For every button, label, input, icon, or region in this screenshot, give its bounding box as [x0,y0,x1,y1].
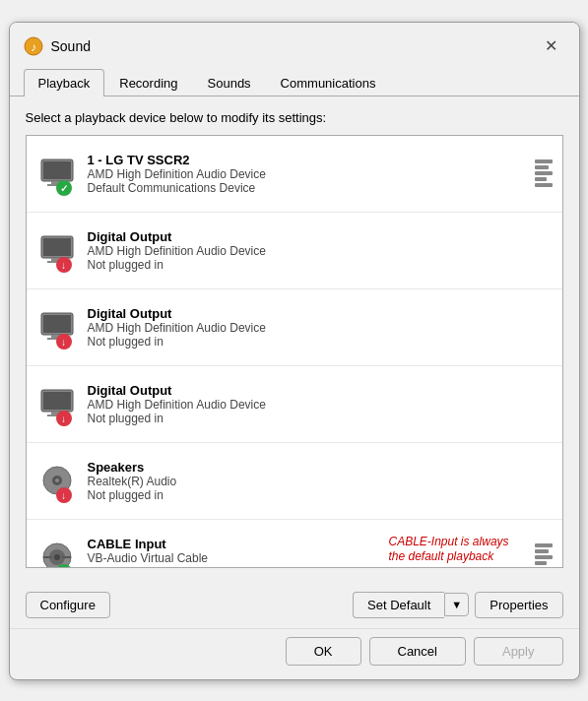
device-icon-wrap: ↓ [36,229,78,271]
device-name: Speakers [88,460,553,475]
device-list[interactable]: ✓ 1 - LG TV SSCR2 AMD High Definition Au… [26,135,563,568]
cable-note: CABLE-Input is always the default playba… [389,535,527,568]
device-icon-wrap: ↓ [36,383,78,424]
device-status: Not plugged in [88,335,553,349]
svg-rect-15 [43,392,71,410]
device-name: Digital Output [88,306,553,321]
svg-rect-7 [43,238,71,256]
device-driver: Realtek(R) Audio [88,475,553,488]
status-badge-green: ✓ [56,180,72,196]
device-name: Digital Output [88,383,553,398]
device-driver: AMD High Definition Audio Device [88,167,527,181]
level-bars [535,543,553,568]
sound-dialog: ♪ Sound ✕ Playback Recording Sounds Comm… [9,22,580,680]
tab-playback[interactable]: Playback [24,69,105,96]
device-name: Digital Output [88,229,553,244]
svg-point-23 [54,554,60,560]
device-info: Digital Output AMD High Definition Audio… [88,383,553,425]
properties-button[interactable]: Properties [475,592,562,618]
device-status: Not plugged in [88,412,553,425]
device-driver: AMD High Definition Audio Device [88,244,553,258]
speaker-icon: ♪ [24,36,43,56]
list-item[interactable]: ↓ Digital Output AMD High Definition Aud… [27,366,562,443]
device-info: CABLE Input VB-Audio Virtual Cable Defau… [88,537,381,568]
tab-communications[interactable]: Communications [266,69,391,96]
device-driver: AMD High Definition Audio Device [88,321,553,335]
action-buttons: Configure Set Default ▼ Properties [10,582,579,628]
device-status: Not plugged in [88,258,553,272]
apply-button[interactable]: Apply [474,637,563,666]
device-name: CABLE Input [88,537,381,551]
ok-button[interactable]: OK [286,637,361,666]
device-driver: VB-Audio Virtual Cable [88,551,381,565]
tabs-bar: Playback Recording Sounds Communications [10,60,579,96]
list-item[interactable]: ↓ Speakers Realtek(R) Audio Not plugged … [27,443,562,520]
tab-sounds[interactable]: Sounds [193,69,266,96]
device-info: 1 - LG TV SSCR2 AMD High Definition Audi… [88,153,527,195]
device-driver: AMD High Definition Audio Device [88,398,553,412]
window-title: Sound [51,38,91,54]
device-status: Default Device [88,565,381,568]
tab-content: Select a playback device below to modify… [10,96,579,582]
level-bars [535,159,553,187]
device-info: Digital Output AMD High Definition Audio… [88,306,553,349]
cancel-button[interactable]: Cancel [369,637,466,666]
cable-icon [38,539,76,568]
dialog-footer: OK Cancel Apply [10,628,579,679]
svg-point-20 [55,478,59,482]
tab-recording[interactable]: Recording [104,69,192,96]
set-default-arrow-button[interactable]: ▼ [444,593,469,616]
device-name: 1 - LG TV SSCR2 [88,153,527,167]
device-icon-wrap: ↓ [36,460,78,501]
description-text: Select a playback device below to modify… [26,110,563,125]
status-badge-red: ↓ [56,334,72,350]
svg-rect-3 [43,161,71,179]
set-default-group: Set Default ▼ [353,592,469,618]
list-item[interactable]: ✓ 1 - LG TV SSCR2 AMD High Definition Au… [27,136,562,213]
device-status: Not plugged in [88,488,553,502]
status-badge-red: ↓ [56,487,72,503]
title-bar: ♪ Sound ✕ [10,23,579,60]
device-icon-wrap: ✓ [36,153,78,194]
list-item[interactable]: ↓ Digital Output AMD High Definition Aud… [27,289,562,366]
device-icon-wrap: ↓ [36,306,78,348]
status-badge-red: ↓ [56,411,72,426]
device-status: Default Communications Device [88,181,527,195]
configure-button[interactable]: Configure [26,592,110,618]
svg-text:♪: ♪ [31,40,36,54]
set-default-button[interactable]: Set Default [353,592,444,618]
device-icon-wrap: ✓ [36,537,78,568]
list-item[interactable]: ✓ CABLE Input VB-Audio Virtual Cable Def… [27,520,562,568]
status-badge-red: ↓ [56,257,72,273]
svg-rect-11 [43,315,71,333]
close-button[interactable]: ✕ [538,32,565,60]
title-bar-left: ♪ Sound [24,36,91,56]
device-info: Digital Output AMD High Definition Audio… [88,229,553,272]
device-info: Speakers Realtek(R) Audio Not plugged in [88,460,553,502]
list-item[interactable]: ↓ Digital Output AMD High Definition Aud… [27,213,562,289]
